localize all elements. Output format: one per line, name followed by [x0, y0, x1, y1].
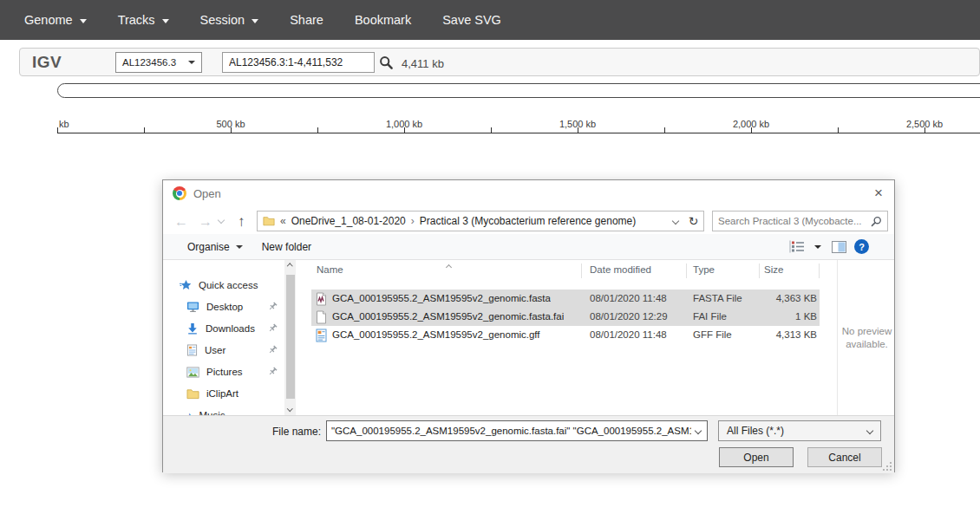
downloads-icon [186, 322, 199, 335]
chevron-down-icon [252, 19, 258, 23]
preview-pane: No preview available. [838, 260, 896, 415]
search-input[interactable] [718, 216, 867, 226]
chromosome-select[interactable]: AL123456.3 [115, 52, 202, 73]
column-header-date-modified[interactable]: Date modified [590, 264, 651, 275]
sidebar-item-downloads[interactable]: Downloads [163, 318, 284, 339]
ruler-tick [144, 127, 145, 133]
file-date: 08/01/2020 11:48 [590, 293, 667, 303]
sidebar-item-desktop[interactable]: Desktop [163, 296, 284, 317]
sidebar-item-label: Downloads [206, 323, 255, 334]
cancel-button[interactable]: Cancel [807, 447, 882, 467]
address-bar[interactable]: « OneDrive_1_08-01-2020 › Practical 3 (M… [257, 211, 684, 231]
chevron-down-icon[interactable] [695, 427, 702, 434]
file-row-fasta[interactable]: GCA_000195955.2_ASM19595v2_genomic.fasta… [311, 290, 820, 308]
menu-save-svg-label: Save SVG [442, 13, 501, 27]
file-size: 4,313 KB [748, 329, 817, 340]
refresh-icon: ↻ [689, 214, 699, 228]
locus-input[interactable] [222, 52, 375, 73]
new-folder-button[interactable]: New folder [262, 241, 311, 253]
document-icon [186, 344, 198, 356]
file-name-label: File name: [215, 426, 321, 438]
resize-grip[interactable] [890, 469, 892, 471]
file-row-gff[interactable]: GCA_000195955.2_ASM19595v2_genomic.gff 0… [311, 326, 820, 344]
pin-icon [268, 345, 278, 355]
sidebar-item-pictures[interactable]: Pictures [163, 361, 284, 382]
file-name-combo[interactable] [326, 420, 708, 441]
menu-bookmark-label: Bookmark [355, 13, 411, 27]
column-divider[interactable] [581, 264, 582, 278]
ruler-label-2000kb: 2,000 kb [733, 119, 769, 129]
breadcrumb-onedrive[interactable]: OneDrive_1_08-01-2020 [291, 215, 406, 227]
search-icon [871, 216, 882, 227]
column-header-size[interactable]: Size [764, 264, 783, 275]
file-row-fai[interactable]: GCA_000195955.2_ASM19595v2_genomic.fasta… [311, 308, 820, 326]
menu-share[interactable]: Share [290, 13, 323, 27]
ruler-unit-label: kb [59, 119, 69, 129]
window-size-label: 4,411 kb [402, 57, 444, 70]
column-divider[interactable] [759, 264, 760, 278]
chromosome-select-value: AL123456.3 [122, 57, 176, 68]
file-type: GFF File [693, 329, 732, 340]
menu-session[interactable]: Session [200, 13, 259, 27]
breadcrumb-practical3[interactable]: Practical 3 (Mycobacterium reference gen… [420, 215, 636, 227]
menu-save-svg[interactable]: Save SVG [442, 13, 501, 27]
file-size: 1 KB [748, 311, 817, 322]
view-mode-button[interactable] [789, 234, 805, 259]
organise-button[interactable]: Organise [187, 241, 243, 253]
quick-access-star-icon [180, 279, 192, 291]
address-dropdown-chevron-icon[interactable] [672, 218, 679, 224]
help-button[interactable] [854, 234, 869, 259]
desktop-icon [186, 301, 199, 313]
sidebar-item-label: User [205, 345, 225, 355]
sidebar-item-user[interactable]: User [163, 340, 284, 361]
menu-tracks-label: Tracks [118, 13, 155, 27]
search-box[interactable] [712, 211, 888, 231]
chromosome-ideogram[interactable] [57, 83, 980, 98]
chrome-icon [173, 186, 186, 200]
ruler-tick [664, 127, 665, 133]
breadcrumb-overflow[interactable]: « [280, 215, 286, 227]
ruler-tick [838, 127, 839, 133]
recent-locations-chevron-icon[interactable] [218, 217, 225, 224]
organise-label: Organise [187, 241, 230, 253]
file-name: GCA_000195955.2_ASM19595v2_genomic.fasta [332, 293, 551, 303]
pin-icon [268, 302, 278, 311]
column-divider[interactable] [686, 264, 687, 278]
sidebar-scrollbar[interactable] [284, 260, 296, 415]
menu-bookmark[interactable]: Bookmark [355, 13, 411, 27]
file-type-select[interactable]: All Files (*.*) [718, 420, 881, 441]
open-file-dialog: Open × ← → ↑ « OneDrive_1_08-01-2020 › P… [162, 179, 895, 472]
ruler-tick [57, 127, 58, 133]
menu-tracks[interactable]: Tracks [118, 13, 169, 27]
sidebar-item-quick-access[interactable]: Quick access [163, 275, 284, 296]
chevron-down-icon [236, 245, 243, 249]
up-icon[interactable]: ↑ [238, 214, 245, 229]
gff-file-icon [315, 329, 328, 342]
view-mode-dropdown[interactable] [814, 234, 821, 259]
back-icon[interactable]: ← [174, 215, 188, 229]
menu-genome[interactable]: Genome [24, 13, 87, 27]
sidebar-item-label: Desktop [206, 302, 243, 312]
file-list: Name Date modified Type Size GCA_0001959… [296, 260, 836, 415]
open-button[interactable]: Open [719, 447, 794, 467]
search-icon[interactable] [379, 55, 394, 70]
scroll-up-icon[interactable] [284, 260, 296, 273]
column-header-type[interactable]: Type [693, 264, 715, 275]
dialog-titlebar[interactable]: Open × [163, 180, 894, 206]
chevron-down-icon [80, 19, 87, 23]
preview-text-line2: available. [846, 338, 888, 351]
preview-pane-toggle[interactable] [832, 234, 846, 259]
sidebar-item-music[interactable]: ♪ Music [163, 405, 284, 415]
refresh-button[interactable]: ↻ [683, 211, 704, 231]
scroll-down-icon[interactable] [284, 402, 296, 415]
forward-icon[interactable]: → [199, 215, 212, 229]
column-divider[interactable] [819, 264, 820, 278]
column-header-name[interactable]: Name [317, 264, 343, 275]
close-icon[interactable]: × [866, 182, 891, 205]
sidebar-item-iclipart[interactable]: iClipArt [163, 383, 284, 404]
chevron-down-icon [188, 61, 195, 64]
file-name: GCA_000195955.2_ASM19595v2_genomic.gff [332, 329, 540, 340]
file-name-input[interactable] [327, 426, 696, 436]
file-type-value: All Files (*.*) [727, 425, 784, 437]
scrollbar-thumb[interactable] [286, 275, 295, 399]
